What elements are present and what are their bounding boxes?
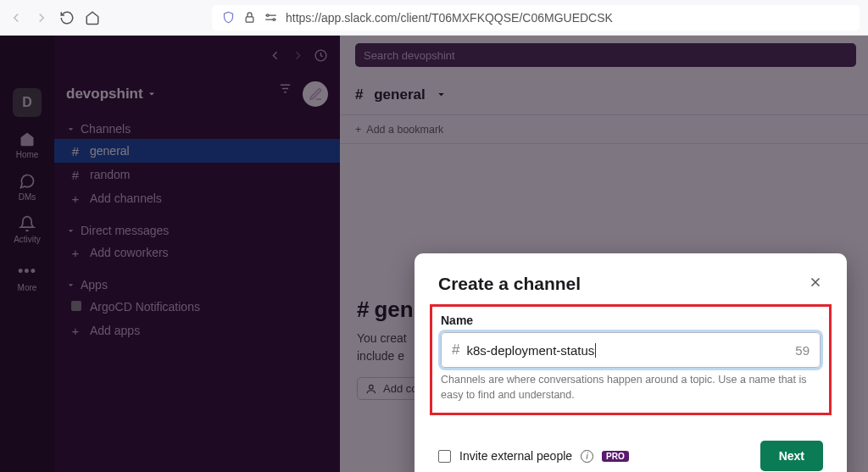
add-bookmark[interactable]: +Add a bookmark — [340, 115, 868, 144]
modal-title: Create a channel — [438, 274, 581, 294]
svg-point-2 — [273, 19, 275, 21]
back-icon[interactable] — [8, 10, 24, 25]
svg-point-5 — [370, 385, 374, 389]
char-counter: 59 — [795, 343, 810, 358]
browser-toolbar: https://app.slack.com/client/T06MXFKQQSE… — [0, 0, 868, 36]
history-icon[interactable] — [314, 48, 328, 63]
caret-down-icon — [66, 125, 75, 134]
chevron-down-icon — [147, 89, 157, 99]
sidebar-add-apps[interactable]: +Add apps — [54, 319, 340, 342]
rail-more[interactable]: ••• More — [18, 258, 37, 292]
caret-down-icon — [66, 280, 75, 290]
helper-text: Channels are where conversations happen … — [441, 373, 821, 403]
dm-header[interactable]: Direct messages — [54, 220, 340, 241]
home-icon[interactable] — [85, 10, 100, 25]
workspace-switcher[interactable]: D — [13, 88, 42, 117]
hash-icon: # — [452, 342, 459, 358]
next-button[interactable]: Next — [760, 441, 823, 471]
svg-rect-4 — [71, 301, 81, 311]
workspace-header[interactable]: devopshint — [54, 75, 340, 114]
top-nav — [54, 36, 340, 75]
compose-button[interactable] — [303, 81, 328, 107]
reload-icon[interactable] — [59, 10, 75, 25]
filter-icon[interactable] — [278, 81, 292, 96]
svg-point-1 — [267, 14, 270, 17]
create-channel-modal: Create a channel Name # k8s-deployment-s… — [415, 253, 847, 472]
svg-rect-0 — [246, 17, 253, 22]
name-label: Name — [441, 314, 821, 327]
sidebar-channel-general[interactable]: #general — [54, 139, 340, 163]
invite-checkbox[interactable] — [438, 450, 451, 463]
url-bar[interactable]: https://app.slack.com/client/T06MXFKQQSE… — [212, 5, 860, 31]
sidebar-channel-random[interactable]: #random — [54, 163, 340, 186]
search-row: Search devopshint — [340, 36, 868, 75]
lock-icon — [243, 11, 256, 24]
apps-header[interactable]: Apps — [54, 275, 340, 295]
close-button[interactable] — [808, 275, 823, 293]
channels-header[interactable]: Channels — [54, 119, 340, 139]
settings-icon — [264, 11, 277, 24]
sidebar-add-channels[interactable]: +Add channels — [54, 186, 340, 210]
caret-down-icon — [66, 226, 75, 236]
history-back-icon[interactable] — [268, 48, 282, 63]
invite-external-row[interactable]: Invite external people i PRO — [438, 449, 629, 463]
rail-activity[interactable]: Activity — [14, 215, 41, 244]
shield-icon — [222, 11, 235, 24]
workspace-rail: D Home DMs Activity ••• More — [0, 36, 54, 472]
sidebar: devopshint Channels #general #random +Ad… — [54, 36, 340, 472]
app-avatar-icon — [70, 299, 81, 315]
pro-badge: PRO — [602, 451, 629, 462]
history-forward-icon[interactable] — [291, 48, 305, 63]
highlighted-field-area: Name # k8s-deployment-status 59 Channels… — [430, 304, 832, 415]
info-icon[interactable]: i — [581, 450, 593, 463]
chevron-down-icon — [436, 89, 447, 100]
person-add-icon — [366, 383, 378, 395]
sidebar-add-coworkers[interactable]: +Add coworkers — [54, 241, 340, 264]
url-text: https://app.slack.com/client/T06MXFKQQSE… — [286, 11, 613, 25]
forward-icon[interactable] — [34, 10, 49, 25]
sidebar-app-argocd[interactable]: ArgoCD Notifications — [54, 295, 340, 319]
rail-dms[interactable]: DMs — [19, 173, 36, 202]
input-value: k8s-deployment-status — [466, 343, 596, 358]
channel-header[interactable]: # general — [340, 75, 868, 115]
channel-name-input[interactable]: # k8s-deployment-status 59 — [441, 332, 821, 368]
search-input[interactable]: Search devopshint — [355, 43, 856, 67]
rail-home[interactable]: Home — [16, 130, 39, 159]
